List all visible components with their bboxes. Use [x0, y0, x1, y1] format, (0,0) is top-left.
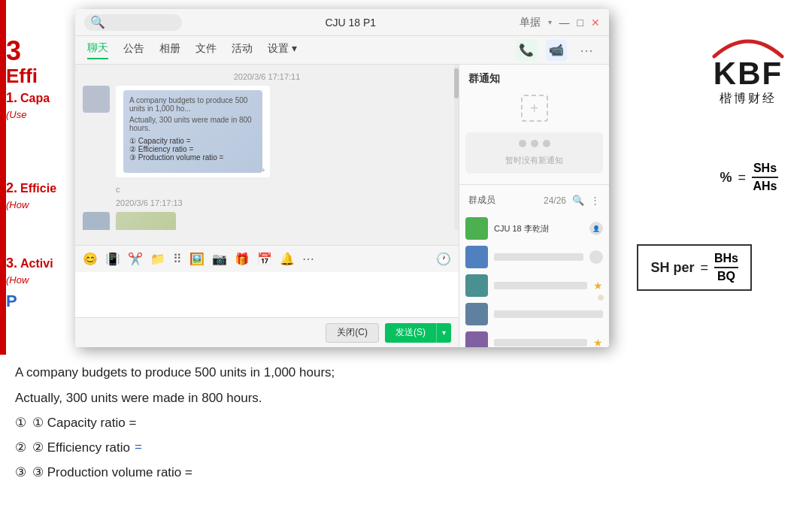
messages-container: 2020/3/6 17:17:11 A company budgets to p…	[75, 65, 459, 245]
chat-input-toolbar: 😊 📳 ✂️ 📁 ⠿ 🖼️ 📷 🎁 📅 🔔 ⋯ 🕐	[75, 245, 459, 272]
chat-title: CJU 18 P1	[325, 17, 376, 29]
voice-icon[interactable]: 📳	[105, 252, 120, 266]
eff-percent-label: %	[720, 170, 732, 186]
folder-icon[interactable]: 📁	[150, 252, 165, 266]
img-plus-icon[interactable]: +	[261, 166, 265, 174]
chat-title-right: 单据 ▾ — □ ✕	[520, 16, 600, 29]
sh-label: SH per	[650, 260, 694, 276]
timer-icon[interactable]: 🕐	[436, 252, 451, 266]
member-avatar-2	[465, 246, 488, 268]
emoji-icon[interactable]: 😊	[83, 252, 98, 266]
msg-image-content-1: A company budgets to produce 500 units i…	[123, 90, 262, 173]
capacity-ratio-row: ① ① Capacity ratio =	[15, 415, 797, 431]
maximize-button[interactable]: □	[577, 17, 583, 29]
no-notify-text: 暂时没有新通知	[505, 155, 563, 166]
item1-label: Capa	[20, 92, 50, 105]
dot1	[519, 140, 526, 147]
msg-bubble-1: A company budgets to produce 500 units i…	[116, 86, 270, 177]
more-toolbar-icon[interactable]: ⋯	[302, 252, 314, 266]
members-title: 群成员	[468, 194, 495, 207]
calendar-icon[interactable]: 📅	[257, 252, 272, 266]
efficiency-ratio-label: ② Efficiency ratio	[32, 440, 130, 455]
member-list: CJU 18 李乾澍 👤	[459, 211, 609, 347]
sh-formula-box: SH per = BHs BQ	[637, 244, 752, 291]
msg-avatar-2	[83, 212, 110, 230]
send-button[interactable]: 发送(S)	[385, 323, 436, 343]
img-text-1: A company budgets to produce 500 units i…	[129, 96, 256, 113]
img-text-5: ③ Production volume ratio =	[129, 153, 256, 162]
kbf-subtitle: 楷博财经	[720, 91, 777, 107]
msg-avatar-1	[83, 86, 110, 113]
production-ratio-row: ③ ③ Production volume ratio =	[15, 464, 797, 480]
heading-text: Effi	[6, 65, 81, 88]
members-dots-icon[interactable]: ⋮	[590, 195, 600, 206]
nav-settings[interactable]: 设置 ▾	[268, 42, 297, 59]
nav-album[interactable]: 相册	[159, 42, 180, 59]
more-button[interactable]: ⋯	[576, 40, 597, 61]
search-box[interactable]: 🔍	[84, 14, 182, 31]
member-row-4	[465, 300, 603, 328]
group-notify-placeholder: 暂时没有新通知	[465, 132, 603, 174]
apps-icon[interactable]: ⠿	[173, 252, 182, 266]
eff-denominator: AHs	[752, 178, 778, 193]
nav-chat[interactable]: 聊天	[87, 41, 108, 59]
efficiency-ratio-row: ② ② Efficiency ratio =	[15, 440, 797, 455]
member-star-3: ★	[593, 280, 603, 292]
image-icon[interactable]: 🖼️	[189, 252, 205, 266]
nav-files[interactable]: 文件	[195, 42, 217, 59]
group-members-header: 群成员 24/26 🔍 ⋮	[459, 189, 609, 211]
member-avatar-1	[465, 217, 488, 240]
chat-title-left: 🔍	[84, 14, 182, 31]
group-divider	[459, 184, 609, 185]
kbf-logo: KBF 楷博财经	[707, 23, 789, 107]
nav-announce[interactable]: 公告	[123, 42, 144, 59]
minimize-button[interactable]: —	[559, 17, 570, 29]
gift-icon[interactable]: 🎁	[235, 252, 250, 266]
video-button[interactable]: 📹	[546, 40, 567, 61]
group-add-area: +	[459, 90, 609, 126]
chat-window: 🔍 CJU 18 P1 单据 ▾ — □ ✕ 聊天 公告 相册 文件 活动 设置	[75, 9, 609, 347]
send-button-group: 发送(S) ▾	[385, 323, 451, 343]
chat-nav-left: 聊天 公告 相册 文件 活动 设置 ▾	[87, 41, 297, 59]
problem-line2: Actually, 300 units were made in 800 hou…	[15, 389, 797, 407]
dot2	[531, 140, 538, 147]
group-add-icon[interactable]: +	[521, 95, 548, 122]
member-row-1: CJU 18 李乾澍 👤	[465, 214, 603, 243]
send-dropdown-button[interactable]: ▾	[436, 323, 451, 343]
messages-scroll[interactable]: 2020/3/6 17:17:11 A company budgets to p…	[75, 65, 459, 230]
img-text-3: ① Capacity ratio =	[129, 137, 256, 145]
nav-activity[interactable]: 活动	[232, 42, 253, 59]
bell-icon[interactable]: 🔔	[280, 252, 295, 266]
search-icon: 🔍	[90, 15, 105, 29]
close-window-button[interactable]: ✕	[591, 17, 600, 29]
member-extra-1: 👤	[589, 222, 603, 235]
sh-equals: =	[700, 260, 708, 276]
msg-sender-label: c	[116, 185, 451, 194]
dropdown-icon: ▾	[548, 18, 552, 26]
member-star-5: ★	[593, 337, 603, 347]
member-name-5	[494, 339, 587, 346]
member-name-1: CJU 18 李乾澍	[494, 223, 583, 234]
member-extra-2	[589, 250, 603, 264]
sh-denominator: BQ	[715, 268, 738, 283]
circle-3: ③	[15, 464, 26, 480]
img-text-2: Actually, 300 units were made in 800 hou…	[129, 116, 256, 132]
close-chat-button[interactable]: 关闭(C)	[326, 323, 379, 343]
dot3	[543, 140, 550, 147]
eff-equals: =	[738, 170, 746, 186]
production-ratio-label: ③ Production volume ratio =	[32, 464, 192, 480]
chat-nav-right: 📞 📹 ⋯	[516, 40, 597, 61]
efficiency-formula: % = SHs AHs	[720, 162, 778, 193]
item2-number: 2.	[6, 180, 17, 196]
msg-image-2	[116, 212, 176, 230]
msg-row-2	[83, 212, 451, 230]
scissors-icon[interactable]: ✂️	[128, 252, 143, 266]
screenshot-icon[interactable]: 📷	[212, 252, 227, 266]
circle-1: ①	[15, 415, 26, 431]
chat-input-area	[75, 272, 459, 317]
img-text-4: ② Efficiency ratio =	[129, 145, 256, 153]
members-search-icon[interactable]: 🔍	[572, 195, 584, 206]
chat-input-field[interactable]	[83, 277, 451, 313]
msg-time-1: 2020/3/6 17:17:11	[83, 72, 451, 81]
phone-button[interactable]: 📞	[516, 40, 537, 61]
